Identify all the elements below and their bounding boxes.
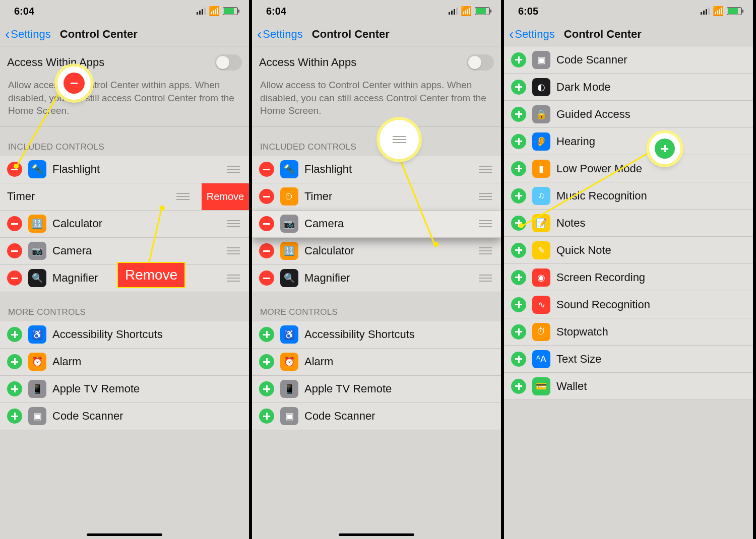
add-icon[interactable] — [259, 381, 274, 396]
add-icon[interactable] — [511, 352, 526, 367]
access-toggle[interactable] — [467, 54, 494, 71]
settings-list[interactable]: Access Within Apps Allow access to Contr… — [0, 46, 249, 430]
timer-icon: ⏲ — [280, 187, 298, 206]
back-chevron-icon[interactable]: ‹ — [257, 26, 262, 42]
phone-screenshot-1: 6:04 📶 ‹ Settings Control Center Access … — [0, 0, 252, 539]
add-icon[interactable] — [511, 188, 526, 204]
add-icon[interactable] — [511, 161, 526, 176]
settings-list[interactable]: ▣Code Scanner◐Dark Mode🔒Guided Access👂He… — [504, 46, 753, 400]
remove-icon[interactable] — [7, 243, 22, 258]
add-icon[interactable] — [511, 297, 526, 312]
remove-icon[interactable] — [259, 243, 274, 258]
wifi-icon: 📶 — [461, 6, 472, 17]
drag-handle-icon[interactable] — [477, 275, 494, 282]
remove-icon[interactable] — [259, 216, 274, 231]
control-label: Timer — [304, 190, 477, 203]
drag-handle-icon[interactable] — [174, 193, 192, 200]
add-icon[interactable] — [511, 243, 526, 258]
back-chevron-icon[interactable]: ‹ — [5, 26, 10, 42]
drag-handle-icon[interactable] — [477, 166, 494, 173]
back-button[interactable]: Settings — [11, 28, 51, 41]
nav-header: ‹ Settings Control Center — [0, 22, 249, 46]
access-toggle[interactable] — [215, 54, 242, 71]
add-icon[interactable] — [7, 409, 22, 424]
add-icon[interactable] — [511, 324, 526, 340]
control-label: Wallet — [556, 380, 746, 393]
remove-icon[interactable] — [259, 189, 274, 204]
access-label: Access Within Apps — [259, 56, 467, 69]
control-label: Quick Note — [556, 244, 746, 257]
control-label: Flashlight — [52, 163, 225, 176]
add-icon[interactable] — [259, 409, 274, 424]
drag-handle-icon[interactable] — [225, 220, 242, 227]
control-row: ✎Quick Note — [504, 237, 753, 264]
control-row-alarm: ⏰ Alarm — [252, 349, 501, 376]
back-button[interactable]: Settings — [515, 28, 555, 41]
app-icon: 👂 — [532, 132, 550, 151]
cellular-icon — [701, 8, 710, 15]
add-icon[interactable] — [511, 216, 526, 231]
status-bar: 6:05 📶 — [504, 0, 753, 22]
drag-handle-icon[interactable] — [225, 275, 242, 282]
add-icon[interactable] — [259, 354, 274, 369]
add-icon[interactable] — [511, 52, 526, 68]
control-label: Accessibility Shortcuts — [52, 328, 242, 341]
add-icon[interactable] — [511, 107, 526, 122]
app-icon: ✎ — [532, 241, 550, 259]
access-within-apps-row: Access Within Apps — [0, 46, 249, 74]
app-icon: ♫ — [532, 187, 550, 205]
status-time: 6:04 — [14, 6, 34, 17]
callout-dot — [433, 242, 438, 247]
add-icon[interactable] — [511, 379, 526, 394]
alarm-icon: ⏰ — [280, 353, 298, 371]
drag-handle-icon[interactable] — [477, 220, 494, 227]
remove-icon[interactable] — [7, 271, 22, 286]
battery-icon — [475, 7, 490, 15]
add-icon[interactable] — [259, 327, 274, 342]
remove-icon[interactable] — [259, 271, 274, 286]
remove-icon[interactable] — [259, 162, 274, 177]
control-row-camera-dragging[interactable]: 📷 Camera — [252, 211, 501, 238]
home-indicator[interactable] — [339, 533, 414, 536]
control-row: 🔒Guided Access — [504, 101, 753, 128]
add-icon[interactable] — [511, 134, 526, 149]
control-label: Music Recognition — [556, 189, 746, 203]
control-row: ᴬAText Size — [504, 346, 753, 373]
drag-handle-icon[interactable] — [225, 247, 242, 254]
add-icon[interactable] — [511, 270, 526, 285]
add-icon[interactable] — [7, 327, 22, 342]
control-row-accessibility: ♿ Accessibility Shortcuts — [252, 321, 501, 349]
drag-handle-icon — [391, 136, 408, 143]
control-row-camera: 📷 Camera — [0, 238, 249, 265]
drag-handle-icon[interactable] — [477, 247, 494, 254]
control-row-alarm: ⏰ Alarm — [0, 349, 249, 376]
add-icon[interactable] — [7, 354, 22, 369]
back-chevron-icon[interactable]: ‹ — [509, 26, 514, 42]
drag-handle-icon[interactable] — [477, 193, 494, 200]
add-icon[interactable] — [511, 80, 526, 95]
camera-icon: 📷 — [28, 242, 46, 260]
control-label: Camera — [52, 244, 225, 257]
control-label: Calculator — [52, 217, 225, 230]
settings-list[interactable]: Access Within Apps Allow access to Contr… — [252, 46, 501, 430]
swipe-remove-button[interactable]: Remove — [202, 183, 249, 210]
remove-icon[interactable] — [7, 216, 22, 231]
section-included: INCLUDED CONTROLS — [252, 127, 501, 156]
calculator-icon: 🔢 — [28, 215, 46, 233]
control-row: ∿Sound Recognition — [504, 291, 753, 318]
access-label: Access Within Apps — [7, 56, 215, 69]
page-title: Control Center — [312, 28, 390, 41]
flashlight-icon: 🔦 — [28, 160, 46, 178]
drag-handle-icon[interactable] — [225, 166, 242, 173]
back-button[interactable]: Settings — [263, 28, 303, 41]
control-label: Screen Recording — [556, 271, 746, 284]
access-within-apps-row: Access Within Apps — [252, 46, 501, 74]
home-indicator[interactable] — [87, 533, 162, 536]
control-row-codescanner: ▣ Code Scanner — [252, 403, 501, 430]
callout-circle-add — [649, 133, 680, 164]
add-icon[interactable] — [7, 381, 22, 396]
app-icon: ◐ — [532, 78, 550, 96]
status-time: 6:04 — [266, 6, 286, 17]
control-label: Alarm — [52, 355, 242, 368]
section-more: MORE CONTROLS — [252, 292, 501, 321]
